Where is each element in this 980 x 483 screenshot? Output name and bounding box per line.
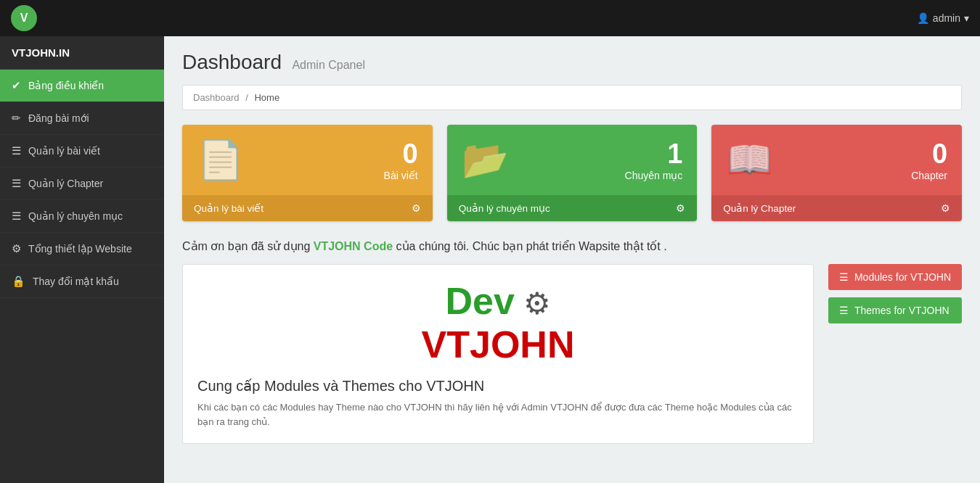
themes-button[interactable]: ☰ Themes for VTJOHN (828, 297, 962, 323)
posts-count: 0 (384, 139, 418, 170)
breadcrumb: Dashboard / Home (182, 85, 962, 110)
modules-button[interactable]: ☰ Modules for VTJOHN (828, 264, 962, 290)
thankyou-message: Cảm ơn bạn đã sử dụng VTJOHN Code của ch… (182, 239, 962, 253)
dev-logo: Dev ⚙ VTJOHN (197, 279, 799, 366)
categories-count: 1 (625, 139, 683, 170)
page-title: Dashboard (182, 51, 282, 73)
stats-row: 📄 0 Bài viết Quản lý bài viết ⚙ 📂 1 (182, 125, 962, 221)
book-icon: 📖 (726, 138, 773, 182)
list-icon: ☰ (12, 144, 21, 157)
dev-buttons: ☰ Modules for VTJOHN ☰ Themes for VTJOHN (828, 264, 962, 323)
page-subtitle: Admin Cpanel (292, 59, 365, 71)
page-header: Dashboard Admin Cpanel (182, 51, 962, 74)
sidebar-item-manage-chapters[interactable]: ☰ Quản lý Chapter (0, 168, 164, 200)
content-area: Dashboard Admin Cpanel Dashboard / Home … (164, 36, 980, 483)
gear-icon: ⚙ (941, 202, 950, 214)
posts-label: Bài viết (384, 170, 418, 181)
vtjohn-text: VTJOHN (422, 323, 575, 366)
sidebar-item-new-post[interactable]: ✏ Đăng bài mới (0, 102, 164, 135)
top-navbar: V 👤 admin ▾ (0, 0, 980, 36)
menu-icon: ☰ (839, 305, 849, 316)
categories-link[interactable]: Quản lý chuyên mục ⚙ (447, 195, 698, 221)
file-icon: 📄 (197, 138, 244, 182)
dev-image-box: Dev ⚙ VTJOHN Cung cấp Modules và Themes … (182, 264, 814, 444)
gear-icon: ⚙ (412, 202, 421, 214)
check-icon: ✔ (12, 79, 21, 92)
breadcrumb-root[interactable]: Dashboard (193, 92, 240, 103)
stat-card-posts: 📄 0 Bài viết Quản lý bài viết ⚙ (182, 125, 433, 221)
brand-name: VTJOHN Code (314, 240, 393, 252)
chapters-count: 0 (911, 139, 947, 170)
edit-icon: ✏ (12, 112, 21, 125)
logo[interactable]: V (11, 5, 37, 31)
dev-text: Dev (445, 280, 514, 322)
menu-icon: ☰ (839, 271, 849, 283)
sidebar-brand: VTJOHN.IN (0, 36, 164, 70)
stat-card-chapters: 📖 0 Chapter Quản lý Chapter ⚙ (711, 125, 962, 221)
folder-icon: 📂 (462, 138, 509, 182)
main-layout: VTJOHN.IN ✔ Bảng điều khiển ✏ Đăng bài m… (0, 36, 980, 483)
gear-icon: ⚙ (676, 202, 685, 214)
dev-content-title: Cung cấp Modules và Themes cho VTJOHN (197, 377, 799, 395)
sidebar-item-settings[interactable]: ⚙ Tổng thiết lập Website (0, 233, 164, 265)
user-menu[interactable]: 👤 admin ▾ (917, 12, 969, 24)
sidebar-item-manage-categories[interactable]: ☰ Quản lý chuyên mục (0, 200, 164, 233)
sidebar: VTJOHN.IN ✔ Bảng điều khiển ✏ Đăng bài m… (0, 36, 164, 483)
breadcrumb-current: Home (254, 92, 279, 103)
gear-chars: ⚙ (515, 286, 551, 321)
sidebar-item-change-password[interactable]: 🔒 Thay đổi mật khẩu (0, 265, 164, 298)
stat-card-categories: 📂 1 Chuyên mục Quản lý chuyên mục ⚙ (447, 125, 698, 221)
gear-icon: ⚙ (12, 242, 21, 255)
sidebar-item-manage-posts[interactable]: ☰ Quản lý bài viết (0, 135, 164, 168)
lock-icon: 🔒 (12, 275, 25, 288)
chapters-link[interactable]: Quản lý Chapter ⚙ (711, 195, 962, 221)
posts-link[interactable]: Quản lý bài viết ⚙ (182, 195, 433, 221)
sidebar-item-dashboard[interactable]: ✔ Bảng điều khiển (0, 70, 164, 102)
dev-section: Dev ⚙ VTJOHN Cung cấp Modules và Themes … (182, 264, 962, 444)
book-icon: ☰ (12, 177, 21, 190)
categories-icon: ☰ (12, 210, 21, 223)
chapters-label: Chapter (911, 170, 947, 181)
dev-content-desc: Khi các bạn có các Modules hay Theme nào… (197, 400, 799, 429)
categories-label: Chuyên mục (625, 170, 683, 181)
user-icon: 👤 (917, 12, 929, 24)
